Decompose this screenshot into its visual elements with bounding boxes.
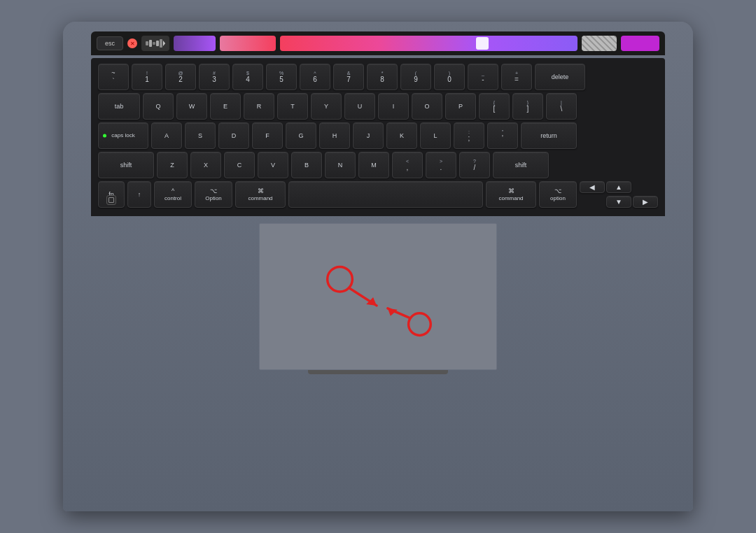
key-control[interactable]: ^ control: [154, 181, 192, 208]
key-minus[interactable]: _-: [468, 64, 498, 90]
key-command-right[interactable]: ⌘ command: [486, 181, 536, 208]
key-arrow-up[interactable]: ▲: [606, 181, 631, 193]
tb-checker-block: [582, 36, 617, 51]
key-3[interactable]: #3: [199, 64, 230, 90]
tb-magenta-block: [621, 36, 659, 51]
svg-rect-1: [149, 40, 152, 47]
asdf-row: caps lock A S D F G H J K L :; "' return: [98, 122, 658, 149]
key-return[interactable]: return: [521, 122, 577, 149]
key-s[interactable]: S: [185, 122, 216, 149]
svg-line-10: [388, 308, 410, 318]
key-arrow-down[interactable]: ▼: [606, 196, 631, 208]
key-b[interactable]: B: [291, 152, 322, 178]
tb-gradient-slider[interactable]: [280, 36, 578, 51]
esc-key[interactable]: esc: [97, 36, 123, 50]
key-shift-right[interactable]: shift: [493, 152, 549, 178]
svg-rect-4: [160, 39, 162, 48]
key-arrow-right[interactable]: ▶: [633, 196, 658, 208]
key-9[interactable]: (9: [400, 64, 431, 90]
key-n[interactable]: N: [325, 152, 356, 178]
key-equals[interactable]: +=: [501, 64, 532, 90]
touch-bar: esc ✕: [91, 31, 665, 55]
tb-slider-thumb[interactable]: [476, 37, 489, 50]
tb-purple-block: [174, 36, 216, 51]
key-backslash[interactable]: |\: [546, 93, 577, 120]
number-row: ~` !1 @2 #3 $4 %5 ^6 &7 *8 (9 )0 _- += d…: [98, 64, 658, 90]
svg-marker-11: [388, 308, 398, 316]
trackpad-annotation: [260, 224, 496, 369]
key-e[interactable]: E: [210, 93, 241, 120]
key-1[interactable]: !1: [132, 64, 162, 90]
trackpad[interactable]: [259, 223, 497, 370]
svg-marker-5: [163, 41, 165, 46]
key-h[interactable]: H: [319, 122, 350, 149]
svg-point-6: [328, 266, 353, 292]
key-t[interactable]: T: [277, 93, 308, 120]
key-slash[interactable]: ?/: [459, 152, 490, 178]
qwerty-row: tab Q W E R T Y U I O P {[ }] |\: [98, 93, 658, 120]
key-tab[interactable]: tab: [98, 93, 140, 120]
key-7[interactable]: &7: [333, 64, 364, 90]
tb-pink-block: [220, 36, 276, 51]
key-w[interactable]: W: [176, 93, 207, 120]
key-o[interactable]: O: [412, 93, 442, 120]
key-rbracket[interactable]: }]: [512, 93, 543, 120]
laptop-chin: [308, 370, 448, 374]
bottom-row: fn ↑ ^ control ⌥ Option ⌘ command ⌘ co: [98, 181, 658, 208]
key-option-left[interactable]: ⌥ Option: [195, 181, 232, 208]
key-quote[interactable]: "': [487, 122, 518, 149]
key-arrow-up-fn[interactable]: ↑: [127, 181, 151, 208]
key-c[interactable]: C: [224, 152, 255, 178]
key-fn[interactable]: fn: [98, 181, 125, 208]
key-6[interactable]: ^6: [300, 64, 330, 90]
svg-line-8: [349, 288, 377, 306]
key-arrow-left[interactable]: ◀: [580, 181, 605, 193]
key-comma[interactable]: <,: [392, 152, 423, 178]
svg-marker-9: [366, 297, 377, 306]
key-a[interactable]: A: [151, 122, 182, 149]
key-z[interactable]: Z: [157, 152, 188, 178]
key-capslock[interactable]: caps lock: [98, 122, 148, 149]
zxcv-row: shift Z X C V B N M <, >. ?/ shift: [98, 152, 658, 178]
svg-point-7: [409, 313, 431, 336]
key-command-left[interactable]: ⌘ command: [235, 181, 286, 208]
key-i[interactable]: I: [378, 93, 409, 120]
key-g[interactable]: G: [286, 122, 316, 149]
key-f[interactable]: F: [252, 122, 283, 149]
key-r[interactable]: R: [244, 93, 274, 120]
key-u[interactable]: U: [344, 93, 375, 120]
key-y[interactable]: Y: [311, 93, 342, 120]
key-j[interactable]: J: [353, 122, 384, 149]
key-l[interactable]: L: [420, 122, 451, 149]
key-lbracket[interactable]: {[: [479, 93, 510, 120]
tb-media-icon: [141, 36, 169, 51]
key-semicolon[interactable]: :;: [454, 122, 484, 149]
key-5[interactable]: %5: [266, 64, 297, 90]
key-period[interactable]: >.: [426, 152, 456, 178]
key-k[interactable]: K: [386, 122, 417, 149]
tb-close-button[interactable]: ✕: [127, 38, 137, 48]
key-0[interactable]: )0: [434, 64, 465, 90]
key-8[interactable]: *8: [367, 64, 398, 90]
key-spacebar[interactable]: [288, 181, 483, 208]
key-delete[interactable]: delete: [535, 64, 585, 90]
key-p[interactable]: P: [445, 93, 476, 120]
laptop-body: esc ✕ ~` !1 @2 #3 $4: [63, 22, 693, 511]
arrow-keys-group: ◀ ▲ ▼ ▶: [580, 181, 658, 208]
key-x[interactable]: X: [190, 152, 221, 178]
key-option-right[interactable]: ⌥ option: [539, 181, 577, 208]
key-2[interactable]: @2: [165, 64, 196, 90]
svg-rect-3: [156, 41, 159, 46]
key-4[interactable]: $4: [232, 64, 263, 90]
svg-rect-0: [146, 41, 148, 45]
key-q[interactable]: Q: [143, 93, 174, 120]
key-backtick[interactable]: ~`: [98, 64, 129, 90]
key-v[interactable]: V: [258, 152, 288, 178]
key-shift-left[interactable]: shift: [98, 152, 154, 178]
key-d[interactable]: D: [218, 122, 249, 149]
key-m[interactable]: M: [358, 152, 389, 178]
keyboard: ~` !1 @2 #3 $4 %5 ^6 &7 *8 (9 )0 _- += d…: [91, 58, 665, 216]
svg-rect-2: [153, 42, 155, 45]
